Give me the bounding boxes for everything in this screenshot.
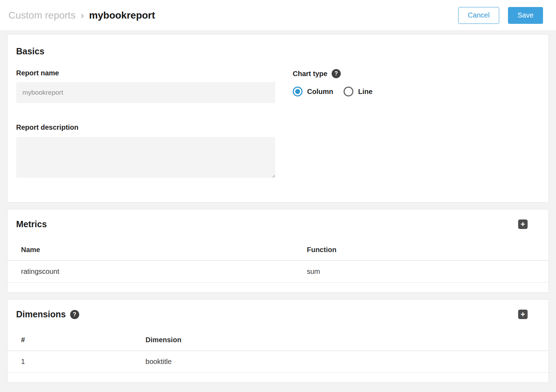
report-name-label: Report name — [16, 69, 275, 77]
top-bar: Custom reports › mybookreport Cancel Sav… — [0, 0, 556, 31]
report-description-label: Report description — [16, 123, 275, 131]
metrics-table: Name Function ratingscount sum — [7, 239, 549, 283]
table-row[interactable]: ratingscount sum — [7, 261, 549, 283]
chart-type-radio-line[interactable]: Line — [344, 87, 372, 96]
help-icon[interactable]: ? — [70, 310, 79, 319]
column-header-dimension: Dimension — [132, 329, 549, 351]
report-name-input[interactable] — [16, 82, 275, 103]
breadcrumb: Custom reports › mybookreport — [8, 9, 155, 21]
metrics-title: Metrics — [16, 219, 47, 229]
radio-option-label: Column — [307, 88, 333, 96]
chart-type-label: Chart type — [293, 70, 327, 78]
save-button[interactable]: Save — [508, 7, 543, 24]
main-content: Basics Report name Report description Ch… — [0, 31, 556, 392]
dimensions-title: Dimensions — [16, 309, 66, 319]
metrics-card: Metrics + Name Function ratingscount sum — [7, 209, 549, 293]
radio-option-label: Line — [358, 88, 372, 96]
breadcrumb-parent[interactable]: Custom reports — [8, 10, 75, 21]
report-description-input[interactable] — [16, 137, 275, 178]
radio-selected-icon[interactable] — [293, 87, 303, 96]
dimension-name-cell: booktitle — [132, 351, 549, 373]
basics-card: Basics Report name Report description Ch… — [7, 34, 549, 203]
basics-title: Basics — [16, 46, 540, 56]
dimensions-table: # Dimension 1 booktitle — [7, 329, 549, 373]
metrics-table-header: Name Function — [7, 239, 549, 261]
chevron-right-icon: › — [81, 9, 84, 21]
column-header-function: Function — [293, 239, 549, 261]
column-header-index: # — [7, 329, 132, 351]
chart-type-radio-column[interactable]: Column — [293, 87, 333, 96]
dimensions-table-header: # Dimension — [7, 329, 549, 351]
cancel-button[interactable]: Cancel — [458, 7, 499, 24]
table-row[interactable]: 1 booktitle — [7, 351, 549, 373]
metric-function-cell: sum — [293, 261, 549, 283]
radio-unselected-icon[interactable] — [344, 87, 353, 96]
header-actions: Cancel Save — [458, 7, 543, 24]
add-metric-button[interactable]: + — [518, 219, 528, 229]
dimensions-card: Dimensions ? + # Dimension 1 booktitle — [7, 299, 549, 383]
column-header-name: Name — [7, 239, 293, 261]
help-icon[interactable]: ? — [332, 69, 341, 78]
dimension-index-cell: 1 — [7, 351, 132, 373]
chart-type-radio-group: Column Line — [293, 87, 373, 96]
add-dimension-button[interactable]: + — [518, 310, 528, 319]
breadcrumb-current: mybookreport — [89, 10, 155, 21]
metric-name-cell: ratingscount — [7, 261, 293, 283]
